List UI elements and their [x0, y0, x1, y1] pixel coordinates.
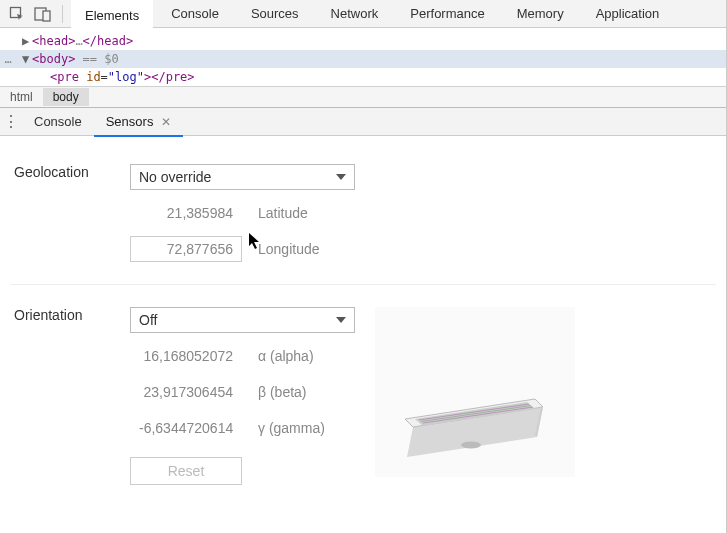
device-orientation-preview[interactable] [375, 307, 575, 477]
dom-node-body-selected[interactable]: ▼<body> == $0 [0, 50, 726, 68]
svg-point-10 [461, 442, 481, 449]
tab-elements[interactable]: Elements [71, 0, 153, 28]
orientation-section: Orientation Off 16,168052072 α (alpha) 2… [10, 284, 716, 495]
orientation-override-value: Off [139, 312, 157, 328]
orientation-override-select[interactable]: Off [130, 307, 355, 333]
dom-node-head[interactable]: ▶<head>…</head> [0, 32, 726, 50]
separator [62, 5, 63, 23]
latitude-label: Latitude [258, 205, 308, 221]
chevron-down-icon [336, 174, 346, 180]
orientation-label: Orientation [10, 307, 130, 323]
devtools-tabstrip: Elements Console Sources Network Perform… [0, 0, 726, 28]
geolocation-fields: No override 21,385984 Latitude 72,877656… [130, 164, 355, 262]
sensors-panel: Geolocation No override 21,385984 Latitu… [0, 136, 726, 513]
alpha-row: 16,168052072 α (alpha) [130, 343, 355, 369]
orientation-reset-button[interactable]: Reset [130, 457, 242, 485]
geolocation-override-select[interactable]: No override [130, 164, 355, 190]
tab-memory[interactable]: Memory [503, 0, 578, 28]
latitude-row: 21,385984 Latitude [130, 200, 355, 226]
elements-dom-tree[interactable]: ▶<head>…</head> ▼<body> == $0 <pre id="l… [0, 28, 726, 86]
tab-sources[interactable]: Sources [237, 0, 313, 28]
drawer-tabstrip: ⋮ Console Sensors ✕ [0, 108, 726, 136]
tab-console[interactable]: Console [157, 0, 233, 28]
alpha-label: α (alpha) [258, 348, 314, 364]
close-icon[interactable]: ✕ [161, 115, 171, 129]
tab-application[interactable]: Application [582, 0, 674, 28]
drawer-tab-sensors[interactable]: Sensors ✕ [94, 108, 183, 136]
gamma-label: γ (gamma) [258, 420, 325, 436]
beta-label: β (beta) [258, 384, 307, 400]
tab-performance[interactable]: Performance [396, 0, 498, 28]
chevron-down-icon [336, 317, 346, 323]
latitude-input[interactable]: 21,385984 [130, 200, 242, 226]
dom-node-pre[interactable]: <pre id="log"></pre> [0, 68, 726, 86]
crumb-html[interactable]: html [0, 88, 43, 106]
drawer-tab-sensors-label: Sensors [106, 114, 154, 129]
geolocation-override-value: No override [139, 169, 211, 185]
geolocation-section: Geolocation No override 21,385984 Latitu… [10, 154, 716, 272]
longitude-row: 72,877656 Longitude [130, 236, 355, 262]
longitude-label: Longitude [258, 241, 320, 257]
inspect-element-icon[interactable] [6, 3, 28, 25]
orientation-fields: Off 16,168052072 α (alpha) 23,917306454 … [130, 307, 355, 485]
beta-row: 23,917306454 β (beta) [130, 379, 355, 405]
geolocation-label: Geolocation [10, 164, 130, 180]
longitude-input[interactable]: 72,877656 [130, 236, 242, 262]
device-toolbar-icon[interactable] [32, 3, 54, 25]
drawer-menu-icon[interactable]: ⋮ [0, 112, 22, 131]
drawer-tab-console[interactable]: Console [22, 108, 94, 136]
elements-breadcrumb: html body [0, 86, 726, 108]
tab-network[interactable]: Network [317, 0, 393, 28]
alpha-input[interactable]: 16,168052072 [130, 343, 242, 369]
svg-rect-2 [43, 11, 50, 21]
gamma-input[interactable]: -6,6344720614 [130, 415, 242, 441]
gamma-row: -6,6344720614 γ (gamma) [130, 415, 355, 441]
crumb-body[interactable]: body [43, 88, 89, 106]
beta-input[interactable]: 23,917306454 [130, 379, 242, 405]
